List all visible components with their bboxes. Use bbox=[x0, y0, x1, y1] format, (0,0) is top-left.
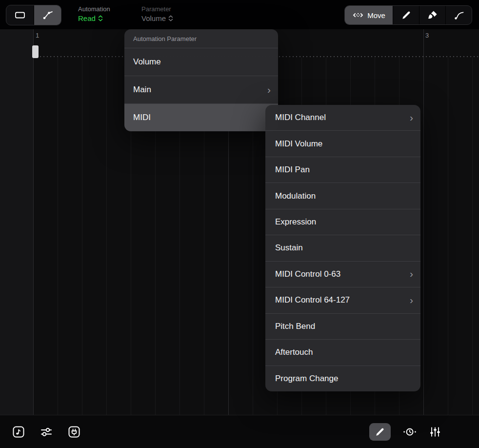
bottom-right-controls bbox=[369, 423, 479, 441]
brush-tool-button[interactable] bbox=[419, 6, 445, 24]
mixer-button[interactable] bbox=[40, 426, 53, 438]
move-icon bbox=[352, 9, 364, 21]
menu-item-main[interactable]: Main › bbox=[124, 76, 278, 103]
submenu-item-modulation[interactable]: Modulation bbox=[265, 183, 420, 208]
submenu-item-label: MIDI Control 64-127 bbox=[275, 295, 350, 305]
bar-number: 3 bbox=[425, 32, 429, 39]
plugin-icon bbox=[68, 426, 80, 438]
automation-mode-control[interactable]: Automation Read bbox=[78, 5, 110, 22]
automation-tool-button[interactable] bbox=[34, 5, 61, 25]
submenu-item-label: Modulation bbox=[275, 191, 316, 201]
menu-item-volume[interactable]: Volume bbox=[124, 48, 278, 76]
chevron-up-down-icon bbox=[168, 15, 173, 21]
submenu-item-expression[interactable]: Expression bbox=[265, 209, 420, 235]
popover-title: Automation Parameter bbox=[124, 29, 278, 48]
timer-icon bbox=[402, 426, 417, 438]
edit-mode-pencil-button[interactable] bbox=[369, 423, 391, 441]
bottom-toolbar bbox=[0, 415, 479, 448]
submenu-item-midi-channel[interactable]: MIDI Channel › bbox=[265, 105, 420, 130]
submenu-item-midi-control-0-63[interactable]: MIDI Control 0-63 › bbox=[265, 261, 420, 287]
pencil-icon bbox=[400, 9, 412, 21]
region-tool-button[interactable] bbox=[6, 5, 34, 25]
menu-item-midi[interactable]: MIDI bbox=[124, 103, 278, 131]
chevron-right-icon: › bbox=[410, 295, 413, 305]
automation-editor-window: Automation Read Parameter Volume bbox=[0, 0, 479, 448]
pointer-tool-segmented-control: Move bbox=[344, 5, 472, 25]
levels-icon bbox=[429, 426, 441, 438]
chevron-right-icon: › bbox=[267, 84, 271, 95]
submenu-item-label: MIDI Pan bbox=[275, 165, 310, 175]
bar-line bbox=[33, 29, 34, 415]
menu-item-label: Volume bbox=[133, 57, 161, 67]
automation-parameter-popover: Automation Parameter Volume Main › MIDI bbox=[124, 29, 278, 131]
move-tool-button[interactable]: Move bbox=[345, 6, 393, 24]
levels-button[interactable] bbox=[429, 426, 441, 438]
parameter-label: Parameter bbox=[141, 5, 173, 13]
curve-tool-icon bbox=[453, 9, 465, 21]
submenu-item-midi-control-64-127[interactable]: MIDI Control 64-127 › bbox=[265, 287, 420, 313]
track-header-strip bbox=[0, 29, 34, 415]
midi-submenu: MIDI Channel › MIDI Volume MIDI Pan Modu… bbox=[265, 105, 420, 391]
plugins-button[interactable] bbox=[68, 426, 80, 438]
pencil-icon bbox=[374, 426, 386, 438]
automation-curve-icon bbox=[42, 9, 54, 21]
timer-button[interactable] bbox=[402, 426, 417, 438]
pencil-tool-button[interactable] bbox=[393, 6, 419, 24]
parameter-value: Volume bbox=[141, 14, 166, 22]
move-tool-label: Move bbox=[367, 11, 385, 20]
submenu-item-label: Sustain bbox=[275, 243, 303, 253]
submenu-item-aftertouch[interactable]: Aftertouch bbox=[265, 339, 420, 365]
automation-parameter-control[interactable]: Parameter Volume bbox=[141, 5, 173, 22]
chevron-right-icon: › bbox=[410, 112, 413, 122]
bar-line bbox=[423, 29, 424, 415]
top-toolbar: Automation Read Parameter Volume bbox=[0, 0, 479, 29]
submenu-item-label: MIDI Volume bbox=[275, 139, 322, 149]
submenu-item-label: MIDI Control 0-63 bbox=[275, 269, 340, 279]
automation-mode-value: Read bbox=[78, 14, 96, 22]
edit-mode-segmented-control bbox=[6, 5, 61, 25]
submenu-item-label: MIDI Channel bbox=[275, 113, 326, 122]
menu-item-label: Main bbox=[133, 85, 151, 95]
submenu-item-label: Expression bbox=[275, 217, 316, 227]
mixer-icon bbox=[40, 426, 53, 438]
automation-label: Automation bbox=[78, 5, 110, 13]
submenu-item-label: Aftertouch bbox=[275, 347, 313, 357]
chevron-up-down-icon bbox=[98, 15, 103, 21]
loops-browser-button[interactable] bbox=[12, 426, 25, 438]
region-tool-icon bbox=[14, 9, 26, 21]
bar-number: 1 bbox=[36, 32, 39, 39]
loops-icon bbox=[12, 426, 25, 438]
submenu-item-pitch-bend[interactable]: Pitch Bend bbox=[265, 313, 420, 339]
brush-icon bbox=[427, 9, 439, 21]
submenu-item-sustain[interactable]: Sustain bbox=[265, 235, 420, 261]
menu-item-label: MIDI bbox=[133, 113, 151, 122]
submenu-item-midi-volume[interactable]: MIDI Volume bbox=[265, 130, 420, 156]
bottom-left-controls bbox=[0, 426, 80, 438]
automation-value-handle[interactable] bbox=[32, 45, 39, 58]
submenu-item-label: Pitch Bend bbox=[275, 322, 315, 331]
curve-tool-button[interactable] bbox=[445, 6, 472, 24]
submenu-item-program-change[interactable]: Program Change bbox=[265, 366, 420, 391]
chevron-right-icon: › bbox=[410, 268, 413, 279]
submenu-item-label: Program Change bbox=[275, 374, 338, 384]
submenu-item-midi-pan[interactable]: MIDI Pan bbox=[265, 157, 420, 183]
